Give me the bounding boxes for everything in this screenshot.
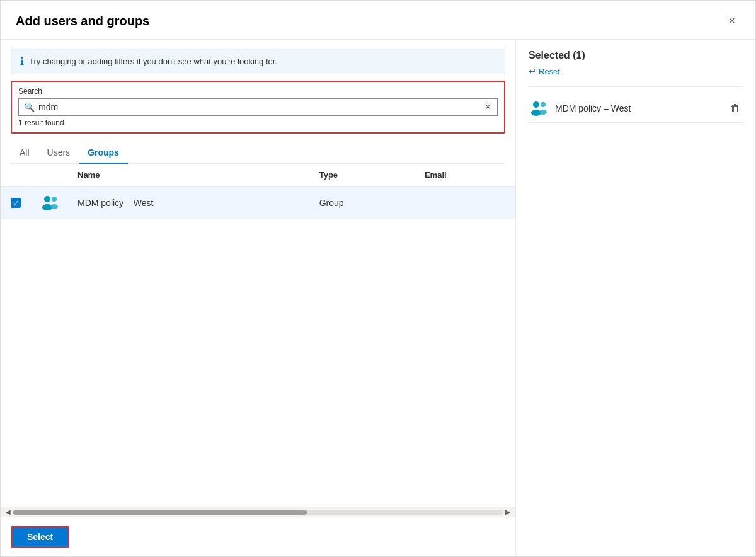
right-panel: Selected (1) ↩ Reset MDM policy – West 🗑 (516, 40, 755, 556)
svg-point-3 (50, 204, 58, 209)
search-section: Search 🔍 × 1 result found (11, 81, 505, 134)
add-users-dialog: Add users and groups × ℹ Try changing or… (0, 0, 756, 557)
tabs-row: All Users Groups (11, 142, 505, 164)
svg-point-7 (539, 110, 547, 115)
close-button[interactable]: × (723, 12, 740, 30)
tab-groups[interactable]: Groups (79, 142, 128, 164)
search-input-row: 🔍 × (18, 98, 498, 116)
row-icon-cell (32, 187, 70, 220)
group-icon-cell (40, 193, 62, 213)
scroll-left-arrow[interactable]: ◀ (6, 508, 11, 515)
reset-label: Reset (539, 67, 560, 76)
checkbox-check-icon: ✓ (13, 200, 19, 207)
info-icon: ℹ (20, 55, 24, 67)
result-count: 1 result found (18, 118, 498, 127)
selected-item: MDM policy – West 🗑 (529, 95, 743, 123)
table-header-row: Name Type Email (1, 164, 515, 187)
group-avatar-icon (40, 193, 60, 213)
info-banner: ℹ Try changing or adding filters if you … (11, 49, 505, 74)
scroll-track[interactable] (13, 510, 503, 515)
selected-divider (529, 86, 743, 87)
row-checkbox-cell[interactable]: ✓ (1, 187, 32, 220)
info-text: Try changing or adding filters if you do… (29, 57, 277, 66)
col-name: Name (70, 164, 312, 187)
dialog-body: ℹ Try changing or adding filters if you … (1, 40, 755, 556)
svg-point-4 (533, 101, 539, 108)
clear-search-button[interactable]: × (484, 101, 492, 113)
scroll-right-arrow[interactable]: ▶ (505, 508, 510, 515)
results-table-container: Name Type Email ✓ (1, 164, 515, 507)
svg-point-2 (52, 197, 57, 202)
col-email: Email (417, 164, 515, 187)
dialog-header: Add users and groups × (1, 1, 755, 40)
reset-icon: ↩ (529, 66, 536, 76)
search-input[interactable] (38, 102, 480, 112)
dialog-title: Add users and groups (16, 14, 149, 28)
horizontal-scrollbar: ◀ ▶ (1, 507, 515, 517)
col-checkbox (1, 164, 32, 187)
left-panel: ℹ Try changing or adding filters if you … (1, 40, 516, 556)
scroll-thumb[interactable] (13, 510, 307, 515)
svg-point-0 (44, 196, 50, 202)
select-button[interactable]: Select (11, 526, 69, 548)
search-label: Search (18, 87, 498, 96)
svg-point-6 (541, 102, 546, 107)
selected-item-name: MDM policy – West (555, 103, 721, 113)
remove-item-button[interactable]: 🗑 (728, 101, 743, 115)
selected-header: Selected (1) (529, 50, 743, 61)
table-row[interactable]: ✓ (1, 187, 515, 220)
tab-all[interactable]: All (11, 142, 38, 164)
selected-item-icon (529, 98, 549, 118)
footer: Select (1, 517, 515, 556)
row-type: Group (312, 187, 417, 220)
row-name: MDM policy – West (70, 187, 312, 220)
search-icon: 🔍 (24, 102, 35, 112)
results-table: Name Type Email ✓ (1, 164, 515, 219)
row-email (417, 187, 515, 220)
reset-button[interactable]: ↩ Reset (529, 66, 743, 76)
tab-users[interactable]: Users (38, 142, 79, 164)
row-checkbox[interactable]: ✓ (11, 198, 21, 208)
col-icon (32, 164, 70, 187)
col-type: Type (312, 164, 417, 187)
